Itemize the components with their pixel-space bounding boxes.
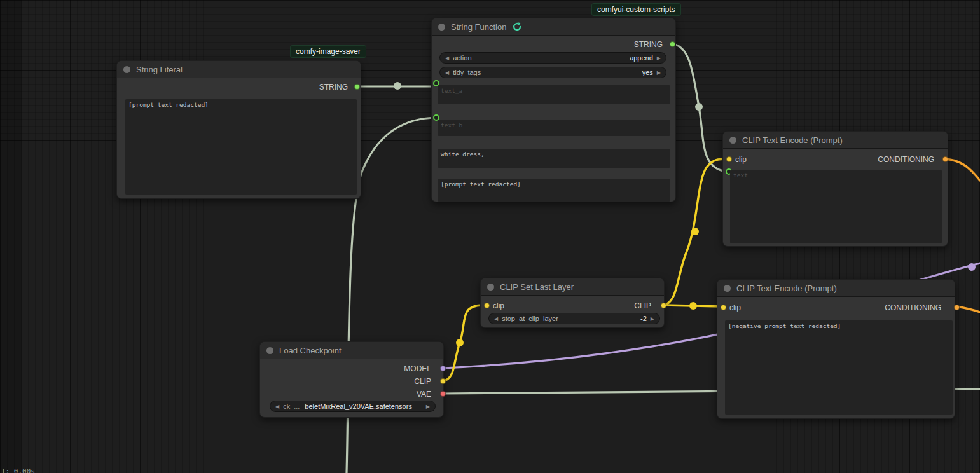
widget-tidy-tags[interactable]: ◀ tidy_tags yes ▶ xyxy=(439,67,666,78)
arrow-right-icon[interactable]: ▶ xyxy=(657,55,661,61)
collapse-dot[interactable] xyxy=(266,347,273,354)
text-textarea[interactable]: text xyxy=(730,170,942,243)
arrow-right-icon[interactable]: ▶ xyxy=(651,316,654,322)
output-slot-conditioning[interactable] xyxy=(954,305,960,310)
node-badge-comfyui-custom-scripts: comfyui-custom-scripts xyxy=(591,3,681,16)
widget-stop-at-clip-layer[interactable]: ◀ stop_at_clip_layer -2 ▶ xyxy=(488,313,660,324)
input-slot-clip[interactable] xyxy=(726,156,732,162)
output-slot-model[interactable] xyxy=(440,366,446,371)
output-slot-vae[interactable] xyxy=(440,391,446,397)
node-title: Load Checkpoint xyxy=(279,346,342,355)
input-slot-clip[interactable] xyxy=(484,303,490,308)
arrow-right-icon[interactable]: ▶ xyxy=(426,404,430,409)
arrow-left-icon[interactable]: ◀ xyxy=(445,55,449,61)
node-clip-text-encode-positive[interactable]: CLIP Text Encode (Prompt) clip CONDITION… xyxy=(722,131,948,247)
node-title-bar: CLIP Text Encode (Prompt) xyxy=(723,132,948,149)
collapse-dot[interactable] xyxy=(123,66,130,73)
reroute-dot[interactable] xyxy=(689,302,697,310)
node-string-literal[interactable]: String Literal STRING [prompt text redac… xyxy=(116,60,361,199)
output-label-string: STRING xyxy=(634,41,663,48)
text-a-textarea[interactable]: text_a xyxy=(438,85,670,104)
reroute-dot[interactable] xyxy=(691,228,699,235)
node-title: CLIP Text Encode (Prompt) xyxy=(742,135,843,145)
negative-prompt-textarea[interactable]: [negative prompt text redacted] xyxy=(725,320,953,415)
arrow-right-icon[interactable]: ▶ xyxy=(657,70,661,76)
input-label-clip: clip xyxy=(735,156,747,163)
output-label-string: STRING xyxy=(319,83,348,91)
output-label-conditioning: CONDITIONING xyxy=(885,304,941,312)
result-textarea[interactable]: [prompt text redacted] xyxy=(438,179,670,202)
arrow-left-icon[interactable]: ◀ xyxy=(445,70,449,76)
node-title: CLIP Set Last Layer xyxy=(500,282,574,292)
output-slot-string[interactable] xyxy=(354,84,360,90)
collapse-dot[interactable] xyxy=(438,24,445,31)
node-graph-canvas[interactable]: comfy-image-saver comfyui-custom-scripts… xyxy=(0,0,980,473)
input-label-clip: clip xyxy=(729,304,741,312)
output-label-conditioning: CONDITIONING xyxy=(878,156,934,163)
output-slot-conditioning[interactable] xyxy=(942,156,948,162)
output-slot-string[interactable] xyxy=(670,41,675,47)
output-label-model: MODEL xyxy=(404,365,431,373)
output-label-clip: CLIP xyxy=(414,378,431,385)
widget-action[interactable]: ◀ action append ▶ xyxy=(439,52,666,64)
input-label-clip: clip xyxy=(493,302,504,310)
node-clip-set-last-layer[interactable]: CLIP Set Last Layer clip CLIP ◀ stop_at_… xyxy=(480,278,665,328)
output-slot-clip[interactable] xyxy=(440,378,446,384)
output-label-vae: VAE xyxy=(417,390,431,398)
widget-ckpt-name[interactable]: ◀ ck ... beletMixReal_v20VAE.safetensors… xyxy=(270,401,436,412)
node-title-bar: CLIP Set Last Layer xyxy=(481,278,664,296)
collapse-dot[interactable] xyxy=(487,284,494,291)
node-title: String Literal xyxy=(136,65,183,74)
node-badge-comfy-image-saver: comfy-image-saver xyxy=(290,45,366,58)
node-string-function[interactable]: String Function STRING ◀ action append ▶… xyxy=(431,18,676,202)
text-c-textarea[interactable]: white dress, xyxy=(438,149,670,168)
node-load-checkpoint[interactable]: Load Checkpoint MODEL CLIP VAE ◀ ck ... … xyxy=(259,341,444,418)
node-title: CLIP Text Encode (Prompt) xyxy=(736,284,837,293)
string-function-swirl-icon xyxy=(512,22,522,32)
output-slot-clip[interactable] xyxy=(661,303,666,308)
timing-stats-text: T: 0.00s xyxy=(1,467,35,473)
output-label-clip: CLIP xyxy=(634,302,651,310)
string-literal-textarea[interactable]: [prompt text redacted] xyxy=(125,99,357,195)
node-title-bar: CLIP Text Encode (Prompt) xyxy=(717,280,955,297)
reroute-dot[interactable] xyxy=(695,103,703,111)
node-title-bar: String Literal xyxy=(117,61,361,78)
node-title-bar: String Function xyxy=(432,18,675,36)
node-clip-text-encode-negative[interactable]: CLIP Text Encode (Prompt) clip CONDITION… xyxy=(717,279,955,419)
arrow-left-icon[interactable]: ◀ xyxy=(494,316,498,322)
input-slot-clip[interactable] xyxy=(721,305,726,310)
reroute-dot[interactable] xyxy=(456,339,464,346)
node-title-bar: Load Checkpoint xyxy=(260,342,443,359)
text-b-textarea[interactable]: text_b xyxy=(438,120,670,136)
node-title: String Function xyxy=(451,22,506,32)
collapse-dot[interactable] xyxy=(724,285,731,292)
arrow-left-icon[interactable]: ◀ xyxy=(275,404,279,409)
reroute-dot[interactable] xyxy=(394,82,401,90)
collapse-dot[interactable] xyxy=(729,137,736,144)
reroute-dot[interactable] xyxy=(968,263,976,271)
